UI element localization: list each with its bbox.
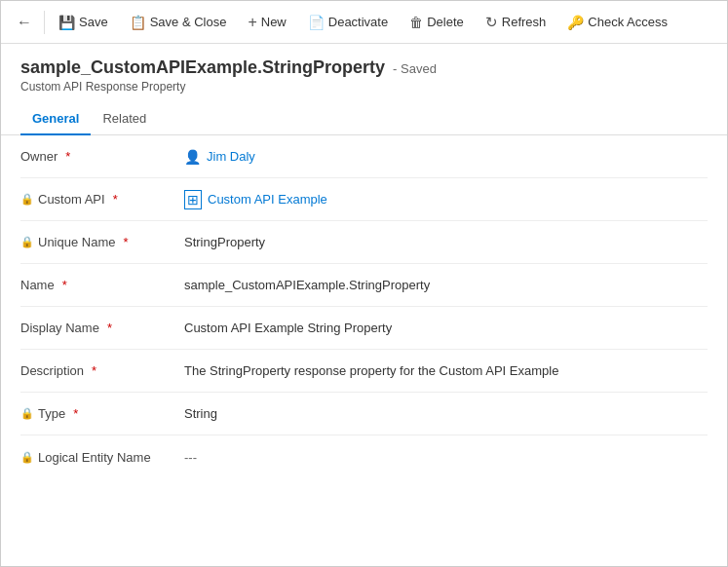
deactivate-icon: 📄 — [308, 15, 325, 30]
new-button[interactable]: + New — [238, 9, 295, 36]
check-access-button[interactable]: 🔑 Check Access — [557, 10, 677, 35]
required-type: * — [73, 406, 78, 421]
tab-bar: General Related — [1, 103, 727, 135]
check-access-icon: 🔑 — [567, 15, 584, 30]
value-type: String — [176, 406, 708, 421]
back-button[interactable]: ← — [9, 7, 40, 38]
field-row-description: Description * The StringProperty respons… — [20, 350, 708, 393]
label-logical-entity-name: 🔒 Logical Entity Name — [20, 450, 176, 465]
field-row-type: 🔒 Type * String — [20, 393, 708, 435]
field-row-logical-entity-name: 🔒 Logical Entity Name --- — [20, 435, 708, 478]
toolbar-divider-1 — [44, 11, 45, 34]
lock-icon-unique-name: 🔒 — [20, 236, 34, 248]
field-row-name: Name * sample_CustomAPIExample.StringPro… — [20, 264, 708, 307]
tab-related[interactable]: Related — [91, 103, 158, 135]
saved-status: - Saved — [393, 61, 437, 76]
user-icon: 👤 — [184, 149, 201, 165]
save-close-icon: 📋 — [130, 15, 146, 30]
label-type: 🔒 Type * — [20, 406, 176, 421]
required-display-name: * — [107, 321, 112, 335]
save-icon: 💾 — [58, 15, 75, 30]
tab-general[interactable]: General — [20, 103, 91, 135]
required-unique-name: * — [124, 235, 129, 249]
required-owner: * — [65, 149, 70, 164]
field-row-unique-name: 🔒 Unique Name * StringProperty — [20, 221, 708, 264]
record-header: sample_CustomAPIExample.StringProperty -… — [1, 44, 727, 94]
field-row-owner: Owner * 👤 Jim Daly — [20, 135, 708, 178]
new-icon: + — [248, 14, 256, 31]
toolbar: ← 💾 Save 📋 Save & Close + New 📄 Deactiva… — [1, 1, 727, 44]
value-display-name: Custom API Example String Property — [176, 321, 708, 335]
lock-icon-custom-api: 🔒 — [20, 193, 34, 206]
record-subtitle: Custom API Response Property — [20, 80, 708, 94]
value-description: The StringProperty response property for… — [176, 363, 708, 378]
label-custom-api: 🔒 Custom API * — [20, 192, 176, 207]
api-icon: ⊞ — [184, 190, 202, 209]
lock-icon-type: 🔒 — [20, 407, 34, 420]
save-close-button[interactable]: 📋 Save & Close — [120, 10, 237, 35]
field-row-display-name: Display Name * Custom API Example String… — [20, 307, 708, 350]
label-display-name: Display Name * — [20, 321, 176, 335]
label-unique-name: 🔒 Unique Name * — [20, 235, 176, 249]
field-row-custom-api: 🔒 Custom API * ⊞ Custom API Example — [20, 178, 708, 221]
deactivate-button[interactable]: 📄 Deactivate — [298, 10, 398, 35]
record-title: sample_CustomAPIExample.StringProperty — [20, 57, 385, 78]
save-button[interactable]: 💾 Save — [49, 10, 118, 35]
value-owner: 👤 Jim Daly — [176, 149, 708, 165]
value-custom-api: ⊞ Custom API Example — [176, 190, 708, 209]
label-name: Name * — [20, 278, 176, 292]
lock-icon-logical-entity-name: 🔒 — [20, 451, 34, 464]
label-description: Description * — [20, 363, 176, 378]
delete-icon: 🗑 — [409, 15, 423, 30]
value-unique-name: StringProperty — [176, 235, 708, 249]
owner-link[interactable]: Jim Daly — [207, 149, 255, 164]
label-owner: Owner * — [20, 149, 176, 164]
value-name: sample_CustomAPIExample.StringProperty — [176, 278, 708, 292]
refresh-button[interactable]: ↻ Refresh — [476, 9, 556, 36]
form-body: Owner * 👤 Jim Daly 🔒 Custom API * ⊞ Cust… — [1, 135, 727, 560]
custom-api-link[interactable]: Custom API Example — [208, 192, 327, 207]
delete-button[interactable]: 🗑 Delete — [400, 10, 474, 35]
required-description: * — [92, 363, 96, 378]
refresh-icon: ↻ — [485, 14, 498, 31]
required-custom-api: * — [113, 192, 118, 207]
value-logical-entity-name: --- — [176, 450, 708, 465]
required-name: * — [62, 278, 67, 292]
